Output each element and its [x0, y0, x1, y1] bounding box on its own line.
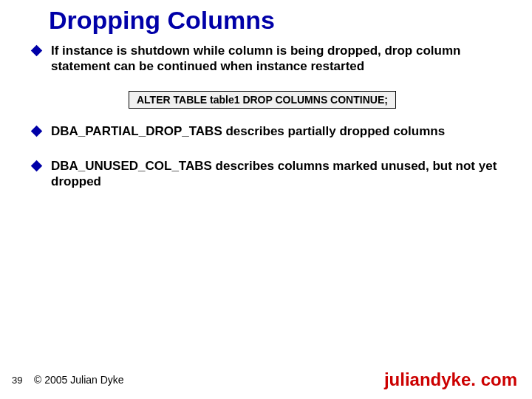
slide-title: Dropping Columns: [49, 6, 275, 35]
site-label: juliandyke. com: [384, 369, 517, 390]
bullet-item: If instance is shutdown while column is …: [33, 43, 505, 75]
bullet-item: DBA_PARTIAL_DROP_TABS describes partiall…: [33, 123, 505, 139]
page-number: 39: [12, 375, 22, 386]
bullet-item: DBA_UNUSED_COL_TABS describes columns ma…: [33, 158, 505, 190]
bullet-diamond-icon: [31, 125, 43, 137]
bullet-text: DBA_UNUSED_COL_TABS describes columns ma…: [51, 158, 505, 190]
code-box: ALTER TABLE table1 DROP COLUMNS CONTINUE…: [129, 91, 396, 109]
bullet-text: If instance is shutdown while column is …: [51, 43, 505, 75]
content-area: If instance is shutdown while column is …: [33, 43, 505, 202]
bullet-diamond-icon: [31, 160, 43, 171]
slide: Dropping Columns If instance is shutdown…: [0, 0, 532, 399]
copyright-text: © 2005 Julian Dyke: [34, 374, 124, 386]
bullet-diamond-icon: [31, 45, 43, 57]
bullet-text: DBA_PARTIAL_DROP_TABS describes partiall…: [51, 123, 505, 139]
